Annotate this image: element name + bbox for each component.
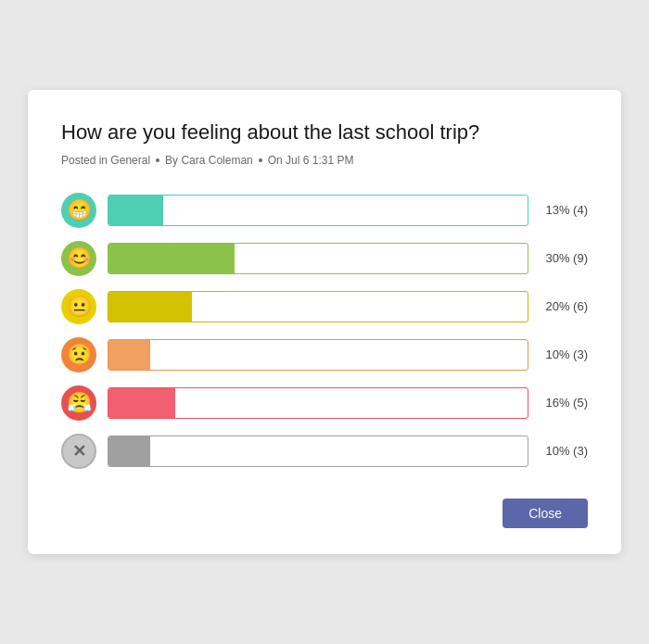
bar-container-happy	[108, 243, 528, 274]
poll-rows: 😁13% (4)😊30% (9)😐20% (6)😟10% (3)😤16% (5)…	[61, 193, 588, 469]
bar-label-no-opinion: 10% (3)	[540, 444, 588, 458]
bar-container-very-happy	[108, 195, 528, 226]
bar-fill-neutral	[108, 292, 192, 322]
poll-footer: Close	[61, 499, 588, 528]
emoji-very-sad: 😤	[61, 385, 96, 421]
bar-label-very-sad: 16% (5)	[540, 396, 588, 410]
bar-container-sad	[108, 339, 528, 371]
poll-row-happy: 😊30% (9)	[61, 241, 588, 276]
bar-fill-very-sad	[108, 388, 175, 418]
bar-fill-happy	[108, 244, 235, 273]
bar-fill-very-happy	[108, 196, 163, 225]
poll-title: How are you feeling about the last schoo…	[61, 120, 588, 146]
bar-label-very-happy: 13% (4)	[540, 203, 588, 217]
bar-container-very-sad	[108, 387, 528, 419]
meta-date: On Jul 6 1:31 PM	[268, 154, 354, 167]
poll-row-very-sad: 😤16% (5)	[61, 385, 588, 421]
emoji-no-opinion: ✕	[61, 434, 96, 469]
poll-meta: Posted in General By Cara Coleman On Jul…	[61, 154, 588, 167]
bar-container-no-opinion	[108, 436, 528, 467]
meta-posted: Posted in General	[61, 154, 150, 167]
bar-label-happy: 30% (9)	[540, 251, 588, 265]
emoji-very-happy: 😁	[61, 193, 96, 228]
poll-row-sad: 😟10% (3)	[61, 337, 588, 373]
poll-card: How are you feeling about the last schoo…	[28, 90, 621, 554]
emoji-neutral: 😐	[61, 289, 96, 324]
bar-label-sad: 10% (3)	[540, 347, 588, 361]
meta-dot-2	[259, 158, 262, 162]
bar-fill-sad	[108, 340, 150, 370]
meta-dot-1	[156, 158, 159, 162]
emoji-sad: 😟	[61, 337, 96, 373]
emoji-happy: 😊	[61, 241, 96, 276]
bar-fill-no-opinion	[108, 436, 150, 466]
poll-row-very-happy: 😁13% (4)	[61, 193, 588, 228]
meta-author: By Cara Coleman	[165, 154, 253, 167]
poll-row-neutral: 😐20% (6)	[61, 289, 588, 324]
bar-label-neutral: 20% (6)	[540, 299, 588, 313]
bar-container-neutral	[108, 291, 528, 322]
close-button[interactable]: Close	[503, 499, 588, 528]
poll-row-no-opinion: ✕10% (3)	[61, 434, 588, 469]
